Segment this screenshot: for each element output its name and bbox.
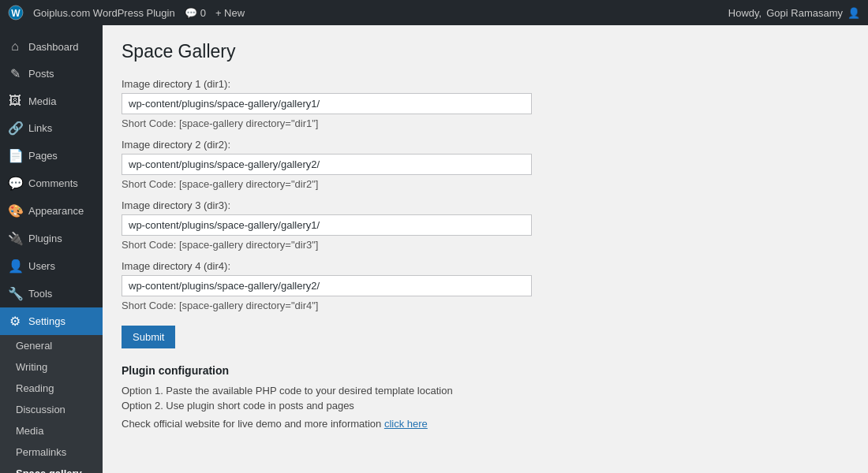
- pages-icon: 📄: [8, 148, 22, 163]
- tools-icon: 🔧: [8, 286, 22, 301]
- comments-count[interactable]: 💬 0: [185, 7, 206, 19]
- submenu-space-gallery[interactable]: Space gallery: [0, 463, 103, 473]
- sidebar-label-dashboard: Dashboard: [28, 41, 79, 53]
- option2-text: Option 2. Use plugin short code in posts…: [122, 400, 849, 412]
- dir2-input[interactable]: [122, 154, 532, 175]
- comment-bubble-icon: 💬: [185, 7, 197, 19]
- dashboard-icon: ⌂: [8, 39, 22, 54]
- howdy-text: Howdy,: [728, 7, 761, 19]
- content-area: Space Gallery Image directory 1 (dir1): …: [103, 25, 868, 473]
- sidebar-label-plugins: Plugins: [28, 233, 62, 244]
- sidebar-item-settings[interactable]: ⚙ Settings: [0, 307, 103, 335]
- sidebar-item-users[interactable]: 👤 Users: [0, 252, 103, 280]
- links-icon: 🔗: [8, 121, 22, 136]
- dir1-section: Image directory 1 (dir1): Short Code: [s…: [122, 78, 849, 129]
- svg-text:W: W: [11, 8, 21, 19]
- submenu-general[interactable]: General: [0, 335, 103, 356]
- user-avatar-icon: 👤: [847, 7, 860, 19]
- settings-submenu: General Writing Reading Discussion Media…: [0, 335, 103, 473]
- click-here-link[interactable]: click here: [384, 418, 428, 430]
- dir4-shortcode: Short Code: [space-gallery directory="di…: [122, 300, 849, 311]
- submenu-reading[interactable]: Reading: [0, 378, 103, 399]
- dir1-input[interactable]: [122, 93, 532, 114]
- page-title: Space Gallery: [122, 41, 849, 62]
- sidebar-label-users: Users: [28, 260, 55, 272]
- submenu-discussion[interactable]: Discussion: [0, 399, 103, 420]
- sidebar-item-comments[interactable]: 💬 Comments: [0, 169, 103, 197]
- submenu-writing[interactable]: Writing: [0, 356, 103, 378]
- sidebar-label-tools: Tools: [28, 288, 52, 300]
- sidebar-item-posts[interactable]: ✎ Posts: [0, 60, 103, 88]
- sidebar-item-plugins[interactable]: 🔌 Plugins: [0, 225, 103, 252]
- check-text: Check official website for live demo and…: [122, 418, 849, 430]
- main-content: Space Gallery Image directory 1 (dir1): …: [103, 25, 868, 449]
- plugin-config-title: Plugin configuration: [122, 364, 849, 377]
- sidebar-label-comments: Comments: [28, 177, 78, 189]
- appearance-icon: 🎨: [8, 203, 22, 218]
- dir4-section: Image directory 4 (dir4): Short Code: [s…: [122, 260, 849, 311]
- admin-username[interactable]: Gopi Ramasamy: [766, 7, 843, 19]
- sidebar-item-appearance[interactable]: 🎨 Appearance: [0, 197, 103, 225]
- sidebar-item-pages[interactable]: 📄 Pages: [0, 142, 103, 169]
- dir4-label: Image directory 4 (dir4):: [122, 260, 849, 272]
- sidebar-item-dashboard[interactable]: ⌂ Dashboard: [0, 33, 103, 60]
- sidebar-label-media: Media: [28, 95, 56, 107]
- submenu-permalinks[interactable]: Permalinks: [0, 441, 103, 463]
- dir4-input[interactable]: [122, 275, 532, 296]
- posts-icon: ✎: [8, 66, 22, 81]
- plugin-config-section: Plugin configuration Option 1. Paste the…: [122, 364, 849, 430]
- sidebar-label-links: Links: [28, 122, 52, 134]
- media-icon: 🖼: [8, 94, 22, 108]
- submit-button[interactable]: Submit: [122, 326, 175, 348]
- settings-icon: ⚙: [8, 314, 22, 329]
- dir1-shortcode: Short Code: [space-gallery directory="di…: [122, 117, 849, 129]
- admin-bar: W Goiplus.com WordPress Plugin 💬 0 + New…: [0, 0, 868, 25]
- comments-icon: 💬: [8, 176, 22, 191]
- new-menu[interactable]: + New: [215, 7, 245, 19]
- dir2-shortcode: Short Code: [space-gallery directory="di…: [122, 178, 849, 190]
- dir1-label: Image directory 1 (dir1):: [122, 78, 849, 90]
- dir2-label: Image directory 2 (dir2):: [122, 139, 849, 151]
- sidebar-label-settings: Settings: [28, 315, 65, 327]
- wp-logo-icon: W: [8, 5, 24, 20]
- sidebar-label-appearance: Appearance: [28, 205, 84, 217]
- option1-text: Option 1. Paste the available PHP code t…: [122, 385, 849, 397]
- submenu-media[interactable]: Media: [0, 420, 103, 441]
- dir2-section: Image directory 2 (dir2): Short Code: [s…: [122, 139, 849, 190]
- site-name[interactable]: Goiplus.com WordPress Plugin: [33, 7, 175, 19]
- sidebar-label-pages: Pages: [28, 150, 58, 162]
- dir3-label: Image directory 3 (dir3):: [122, 199, 849, 211]
- users-icon: 👤: [8, 259, 22, 274]
- plugins-icon: 🔌: [8, 231, 22, 246]
- sidebar: ⌂ Dashboard ✎ Posts 🖼 Media 🔗 Links 📄 Pa…: [0, 25, 103, 473]
- sidebar-item-links[interactable]: 🔗 Links: [0, 114, 103, 142]
- sidebar-item-media[interactable]: 🖼 Media: [0, 88, 103, 114]
- dir3-section: Image directory 3 (dir3): Short Code: [s…: [122, 199, 849, 251]
- dir3-shortcode: Short Code: [space-gallery directory="di…: [122, 239, 849, 251]
- sidebar-label-posts: Posts: [28, 68, 54, 80]
- dir3-input[interactable]: [122, 214, 532, 236]
- sidebar-item-tools[interactable]: 🔧 Tools: [0, 280, 103, 307]
